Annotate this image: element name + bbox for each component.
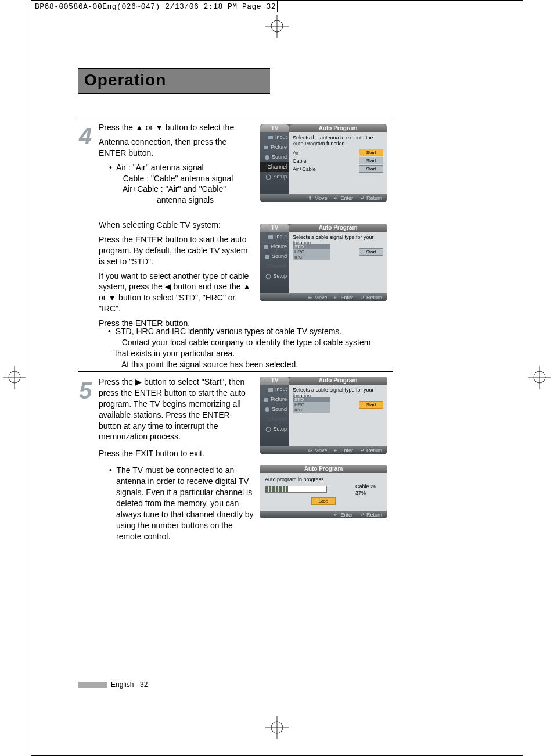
hint-return: ⤶Return (360, 447, 382, 453)
registration-mark-right (528, 366, 551, 391)
section-title: Operation (84, 71, 264, 89)
svg-point-19 (266, 274, 271, 279)
start-button[interactable]: Start (359, 157, 383, 164)
cable-type-listbox[interactable]: STD HRC IRC (293, 244, 330, 260)
hint-enter: ↵Enter (334, 195, 353, 201)
osd-auto-program-cable-type: TV Auto Program Input Picture Sound Chan… (260, 224, 387, 301)
start-button[interactable]: Start (359, 149, 383, 156)
listbox-option-irc[interactable]: IRC (293, 407, 330, 413)
osd-a-row-aircable[interactable]: Air+CableStart (293, 165, 383, 173)
step-5-line-1: Press the ▶ button to select "Start", th… (99, 377, 254, 442)
osd-a-row-air[interactable]: AirStart (293, 149, 383, 156)
sidebar-item-input[interactable]: Input (260, 232, 289, 242)
osd-footer: ⇔Move ↵Enter ⤶Return (260, 293, 387, 301)
sidebar-item-sound[interactable]: Sound (260, 252, 289, 261)
svg-point-23 (266, 427, 271, 432)
hr-1 (78, 117, 393, 117)
progress-caption: Auto program in progress. (265, 476, 382, 482)
osd-tv-tab: TV (260, 377, 289, 385)
step-5-number: 5 (79, 378, 92, 404)
svg-rect-12 (268, 136, 273, 139)
svg-rect-21 (264, 398, 268, 402)
osd-footer: ⇔Move ↵Enter ⤶Return (260, 446, 387, 454)
osd-title: Auto Program (289, 124, 387, 132)
osd-sidebar: Input Picture Sound Channel Setup (260, 232, 289, 293)
svg-point-14 (265, 155, 269, 160)
osd-a-caption: Selects the antenna to execute the Auto … (293, 135, 383, 146)
hint-return: ⤶Return (360, 295, 382, 300)
osd-tv-tab: TV (260, 124, 289, 132)
listbox-option-hrc[interactable]: HRC (293, 249, 330, 255)
hint-enter: ↵Enter (334, 447, 353, 453)
progress-bar (265, 486, 327, 493)
cable-type-listbox[interactable]: STD HRC IRC (293, 397, 330, 413)
sidebar-item-channel[interactable]: Channel (260, 414, 289, 424)
section-header: Operation (78, 68, 270, 94)
osd-tv-tab: TV (260, 224, 289, 232)
svg-point-18 (265, 255, 269, 259)
listbox-option-hrc[interactable]: HRC (293, 402, 330, 407)
sidebar-item-setup[interactable]: Setup (260, 172, 289, 182)
sidebar-item-channel[interactable]: Channel (260, 261, 289, 271)
sidebar-item-sound[interactable]: Sound (260, 152, 289, 162)
step-4-mid-3: If you want to select another type of ca… (99, 271, 254, 315)
hint-move: ⇔Move (308, 447, 327, 453)
step-4-mid-1: When selecting Cable TV system: (99, 220, 254, 231)
osd-title: Auto Program (289, 377, 387, 385)
step-4-bullet: • Air : "Air" antenna signal Cable : "Ca… (116, 162, 254, 206)
progress-status: Cable 26 37% (355, 483, 376, 496)
hint-return: ⤶Return (360, 195, 382, 201)
page-footer: English - 32 (78, 680, 148, 689)
step-4-line-1: Press the ▲ or ▼ button to select the (99, 122, 254, 133)
registration-mark-left (3, 366, 26, 391)
osd-title: Auto Program (260, 465, 387, 473)
sidebar-item-picture[interactable]: Picture (260, 395, 289, 404)
step-5-note: • The TV must be connected to an antenna… (116, 465, 254, 542)
hint-move: ⇕Move (308, 195, 327, 201)
osd-auto-program-antenna: TV Auto Program Input Picture Sound Chan… (260, 124, 387, 202)
hint-move: ⇔Move (308, 295, 327, 300)
hint-return: ⤶Return (360, 512, 382, 518)
sidebar-item-sound[interactable]: Sound (260, 404, 289, 414)
hint-enter: ↵Enter (334, 295, 353, 300)
step-4-line-2: Antenna connection, then press the ENTER… (99, 137, 254, 159)
step-4-number: 4 (79, 123, 92, 149)
sidebar-item-channel[interactable]: Channel (260, 162, 289, 172)
osd-footer: ↵Enter ⤶Return (260, 511, 387, 518)
registration-mark-bottom (265, 716, 289, 741)
sidebar-item-setup[interactable]: Setup (260, 424, 289, 434)
start-button[interactable]: Start (359, 248, 383, 256)
sidebar-item-setup[interactable]: Setup (260, 271, 289, 281)
osd-auto-program-start: TV Auto Program Input Picture Sound Chan… (260, 377, 387, 454)
sidebar-item-picture[interactable]: Picture (260, 142, 289, 152)
svg-point-22 (265, 407, 269, 412)
listbox-option-irc[interactable]: IRC (293, 255, 330, 260)
osd-sidebar: Input Picture Sound Channel Setup (260, 385, 289, 446)
svg-rect-13 (264, 146, 268, 149)
osd-title: Auto Program (289, 224, 387, 232)
step-5-line-2: Press the EXIT button to exit. (99, 448, 254, 459)
svg-point-15 (266, 175, 271, 180)
hr-2 (78, 371, 393, 372)
registration-mark-top (265, 15, 289, 40)
sidebar-item-input[interactable]: Input (260, 385, 289, 395)
step-4-note: • STD, HRC and IRC identify various type… (115, 326, 383, 370)
svg-rect-20 (268, 388, 273, 392)
start-button[interactable]: Start (359, 165, 383, 173)
stop-button[interactable]: Stop (311, 497, 336, 505)
listbox-option-std[interactable]: STD (293, 397, 330, 402)
osd-a-row-cable[interactable]: CableStart (293, 157, 383, 164)
osd-footer: ⇕Move ↵Enter ⤶Return (260, 194, 387, 202)
osd-auto-program-progress: Auto Program Auto program in progress. C… (260, 465, 387, 518)
osd-sidebar: Input Picture Sound Channel Setup (260, 132, 289, 194)
sidebar-item-input[interactable]: Input (260, 132, 289, 142)
svg-rect-16 (268, 235, 273, 239)
step-4-mid-2: Press the ENTER button to start the auto… (99, 234, 254, 267)
start-button[interactable]: Start (359, 401, 383, 409)
sidebar-item-picture[interactable]: Picture (260, 242, 289, 252)
svg-rect-17 (264, 245, 268, 249)
hint-enter: ↵Enter (334, 512, 353, 518)
print-slug: BP68-00586A-00Eng(026~047) 2/13/06 2:18 … (35, 2, 276, 11)
listbox-option-std[interactable]: STD (293, 244, 330, 249)
